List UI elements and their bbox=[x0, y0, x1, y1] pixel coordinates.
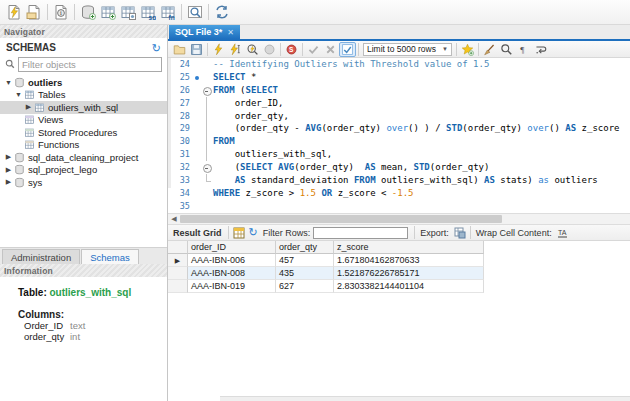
toolbar-separator bbox=[358, 43, 359, 56]
open-sql-script-icon[interactable] bbox=[24, 2, 44, 22]
toggle-wrap-icon[interactable] bbox=[532, 42, 549, 57]
save-script-icon[interactable] bbox=[188, 42, 205, 57]
open-script-icon[interactable] bbox=[171, 42, 188, 57]
information-panel-header: Information bbox=[0, 264, 167, 277]
table-icon bbox=[23, 114, 36, 125]
cell-order-id[interactable]: AAA-IBN-006 bbox=[188, 254, 276, 267]
line-number: 31 bbox=[168, 148, 194, 161]
svg-text:TA: TA bbox=[558, 229, 567, 236]
create-view-icon[interactable] bbox=[118, 2, 138, 22]
chevron-right-icon[interactable]: ▶ bbox=[4, 178, 13, 186]
create-table-icon[interactable] bbox=[98, 2, 118, 22]
cell-z-score[interactable]: 1.671804162870633 bbox=[334, 254, 484, 267]
toggle-autocommit-icon[interactable] bbox=[339, 42, 356, 57]
beautify-icon[interactable] bbox=[481, 42, 498, 57]
table-icon bbox=[23, 139, 36, 150]
chevron-right-icon[interactable]: ▶ bbox=[4, 153, 13, 161]
sidebar-item-views[interactable]: Views bbox=[0, 114, 167, 127]
table-row[interactable]: ▶AAA-IBN-0064571.671804162870633 bbox=[168, 254, 630, 267]
editor-tabbar: SQL File 3* ✕ bbox=[168, 25, 630, 41]
toolbar-separator bbox=[181, 4, 182, 20]
tree-item-label: outliers_with_sql bbox=[46, 102, 118, 113]
table-icon bbox=[23, 127, 36, 138]
fold-toggle-icon[interactable] bbox=[202, 161, 213, 174]
sidebar-item-tables[interactable]: ▼Tables bbox=[0, 89, 167, 102]
limit-rows-dropdown[interactable]: Limit to 5000 rows▼ bbox=[363, 43, 452, 56]
main-toolbar: ispfn bbox=[0, 0, 630, 25]
schemas-header: SCHEMAS bbox=[6, 42, 152, 53]
editor-hscroll-thumb[interactable] bbox=[180, 215, 502, 223]
cell-order-qty[interactable]: 435 bbox=[276, 267, 334, 280]
chevron-down-icon[interactable]: ▼ bbox=[4, 79, 13, 86]
table-icon bbox=[33, 102, 46, 113]
wrap-cell-content-icon[interactable]: TA bbox=[555, 226, 571, 240]
commit-icon[interactable] bbox=[305, 42, 322, 57]
chevron-down-icon[interactable]: ▼ bbox=[14, 91, 23, 98]
reconnect-dbms-icon[interactable] bbox=[212, 2, 232, 22]
result-grid-hscrollbar[interactable] bbox=[220, 396, 630, 401]
stop-icon[interactable] bbox=[261, 42, 278, 57]
chevron-right-icon[interactable]: ▶ bbox=[24, 103, 33, 111]
sidebar-item-outliers-with-sql[interactable]: ▶outliers_with_sql bbox=[0, 101, 167, 114]
create-schema-icon[interactable] bbox=[78, 2, 98, 22]
toggle-invisible-chars-icon[interactable]: ¶ bbox=[515, 42, 532, 57]
cell-order-id[interactable]: AAA-IBN-019 bbox=[188, 280, 276, 293]
column-header-order_qty[interactable]: order_qty bbox=[276, 241, 334, 254]
fold-column bbox=[202, 71, 213, 84]
schemas-refresh-icon[interactable]: ↻ bbox=[152, 43, 161, 53]
grid-view-icon[interactable] bbox=[231, 226, 247, 240]
fold-toggle-icon[interactable] bbox=[202, 84, 213, 97]
column-header-z_score[interactable]: z_score bbox=[334, 241, 484, 254]
rollback-icon[interactable] bbox=[322, 42, 339, 57]
tree-item-label: Stored Procedures bbox=[36, 127, 117, 138]
marker-spacer bbox=[194, 122, 202, 135]
execute-current-icon[interactable] bbox=[227, 42, 244, 57]
export-icon[interactable] bbox=[452, 226, 468, 240]
column-type: int bbox=[70, 332, 80, 343]
gutter-change-strip bbox=[168, 58, 171, 188]
scroll-left-arrow-icon[interactable]: ◀ bbox=[168, 215, 180, 223]
editor-hscrollbar: ◀ bbox=[168, 213, 630, 225]
refresh-icon[interactable]: ↻ bbox=[249, 226, 258, 239]
sidebar-item-sql-data-cleaning-project[interactable]: ▶sql_data_cleaning_project bbox=[0, 151, 167, 164]
table-row[interactable]: AAA-IBN-0196272.8303382144401104 bbox=[168, 280, 630, 293]
toolbar-separator bbox=[47, 4, 48, 20]
create-function-icon[interactable]: fn bbox=[158, 2, 178, 22]
sidebar-tab-administration[interactable]: Administration bbox=[2, 249, 80, 264]
sidebar-item-functions[interactable]: Functions bbox=[0, 139, 167, 152]
toolbar-separator bbox=[208, 4, 209, 20]
create-procedure-icon[interactable]: sp bbox=[138, 2, 158, 22]
save-snippet-icon[interactable] bbox=[459, 42, 476, 57]
find-icon[interactable] bbox=[498, 42, 515, 57]
sql-code-editor[interactable]: 24-- Identifying Outliers with Threshold… bbox=[168, 58, 630, 213]
toolbar-separator bbox=[478, 43, 479, 56]
search-table-data-icon[interactable] bbox=[185, 2, 205, 22]
chevron-right-icon[interactable]: ▶ bbox=[4, 166, 13, 174]
execute-icon[interactable] bbox=[210, 42, 227, 57]
sidebar-item-sql-project-lego[interactable]: ▶sql_project_lego bbox=[0, 164, 167, 177]
toggle-stop-on-error-icon[interactable]: S bbox=[283, 42, 300, 57]
cell-order-id[interactable]: AAA-IBN-008 bbox=[188, 267, 276, 280]
cell-z-score[interactable]: 2.8303382144401104 bbox=[334, 280, 484, 293]
sidebar-item-outliers[interactable]: ▼outliers bbox=[0, 76, 167, 89]
cell-order-qty[interactable]: 457 bbox=[276, 254, 334, 267]
sidebar-item-sys[interactable]: ▶sys bbox=[0, 176, 167, 189]
filter-rows-input[interactable] bbox=[313, 227, 408, 239]
cell-z-score[interactable]: 1.521876226785171 bbox=[334, 267, 484, 280]
inspect-object-icon[interactable]: i bbox=[51, 2, 71, 22]
new-sql-tab-icon[interactable] bbox=[4, 2, 24, 22]
sidebar-item-stored-procedures[interactable]: Stored Procedures bbox=[0, 126, 167, 139]
schema-filter-input[interactable] bbox=[18, 57, 162, 72]
cell-order-qty[interactable]: 627 bbox=[276, 280, 334, 293]
tree-item-label: sys bbox=[26, 177, 42, 188]
sidebar-tab-schemas[interactable]: Schemas bbox=[81, 249, 139, 264]
marker-spacer bbox=[194, 161, 202, 174]
column-header-order_ID[interactable]: order_ID bbox=[188, 241, 276, 254]
sidebar-spacer bbox=[0, 189, 167, 248]
close-icon[interactable]: ✕ bbox=[227, 28, 234, 37]
table-row[interactable]: AAA-IBN-0084351.521876226785171 bbox=[168, 267, 630, 280]
search-icon bbox=[5, 59, 15, 71]
tree-item-label: sql_data_cleaning_project bbox=[26, 152, 138, 163]
tab-sql-file-3[interactable]: SQL File 3* ✕ bbox=[169, 25, 240, 39]
explain-icon[interactable] bbox=[244, 42, 261, 57]
